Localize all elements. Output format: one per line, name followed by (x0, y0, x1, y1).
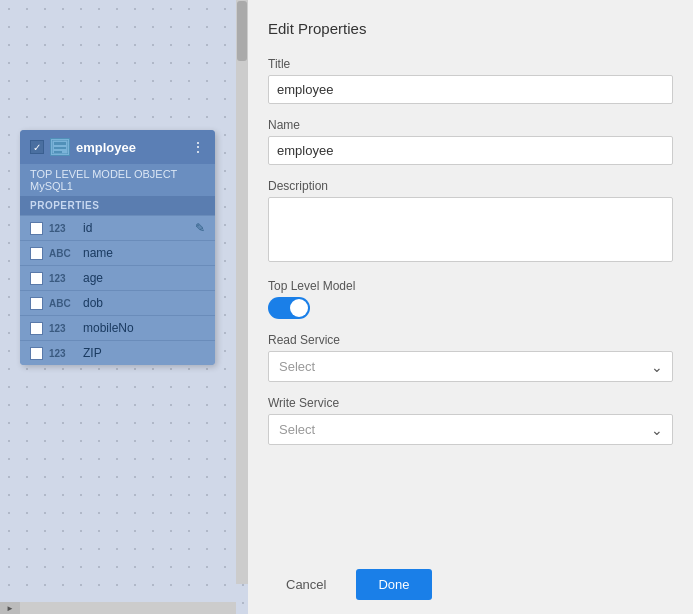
prop-checkbox-zip[interactable] (30, 347, 43, 360)
top-level-model-label: Top Level Model (268, 279, 673, 293)
title-input[interactable] (268, 75, 673, 104)
prop-row-dob: ABC dob (20, 290, 215, 315)
description-textarea[interactable] (268, 197, 673, 262)
write-service-group: Write Service Select ⌄ (268, 396, 673, 445)
read-service-select-wrapper: Select ⌄ (268, 351, 673, 382)
prop-type-zip: 123 (49, 348, 77, 359)
name-input[interactable] (268, 136, 673, 165)
properties-label: PROPERTIES (20, 196, 215, 215)
prop-checkbox-mobileno[interactable] (30, 322, 43, 335)
description-label: Description (268, 179, 673, 193)
top-level-model-group: Top Level Model (268, 279, 673, 319)
name-group: Name (268, 118, 673, 165)
entity-card: ✓ employee ⋮ TOP LEVEL MODEL OBJECT MySQ… (20, 130, 215, 365)
read-service-placeholder: Select (279, 359, 315, 374)
prop-checkbox-age[interactable] (30, 272, 43, 285)
prop-type-name: ABC (49, 248, 77, 259)
key-icon: ✎ (195, 221, 205, 235)
svg-rect-3 (54, 151, 62, 153)
read-service-group: Read Service Select ⌄ (268, 333, 673, 382)
entity-menu-icon[interactable]: ⋮ (191, 139, 205, 155)
entity-header: ✓ employee ⋮ (20, 130, 215, 164)
done-button[interactable]: Done (356, 569, 431, 600)
title-group: Title (268, 57, 673, 104)
top-level-model-toggle[interactable] (268, 297, 310, 319)
write-service-select-wrapper: Select ⌄ (268, 414, 673, 445)
left-panel: ► ✓ employee ⋮ TOP LEVEL MODEL OBJECT My… (0, 0, 248, 614)
prop-row-zip: 123 ZIP (20, 340, 215, 365)
horizontal-scrollbar[interactable]: ► (0, 602, 236, 614)
prop-checkbox-name[interactable] (30, 247, 43, 260)
prop-row-name: ABC name (20, 240, 215, 265)
vertical-scrollbar[interactable] (236, 0, 248, 584)
write-service-placeholder: Select (279, 422, 315, 437)
entity-top-level-label: TOP LEVEL MODEL OBJECT (30, 168, 205, 180)
description-group: Description (268, 179, 673, 265)
entity-name-label: employee (76, 140, 185, 155)
panel-title: Edit Properties (268, 20, 673, 37)
prop-name-zip: ZIP (83, 346, 205, 360)
entity-sub-info: TOP LEVEL MODEL OBJECT MySQL1 (20, 164, 215, 196)
svg-rect-1 (54, 142, 66, 145)
write-service-label: Write Service (268, 396, 673, 410)
name-label: Name (268, 118, 673, 132)
scrollbar-thumb-v[interactable] (237, 1, 247, 61)
prop-row-id: 123 id ✎ (20, 215, 215, 240)
read-service-select[interactable]: Select (268, 351, 673, 382)
prop-name-id: id (83, 221, 189, 235)
form-section: Title Name Description Top Level Model R… (268, 57, 673, 555)
toggle-knob (290, 299, 308, 317)
title-label: Title (268, 57, 673, 71)
right-panel: Edit Properties Title Name Description T… (248, 0, 693, 614)
prop-name-mobileno: mobileNo (83, 321, 205, 335)
prop-name-dob: dob (83, 296, 205, 310)
footer: Cancel Done (268, 555, 673, 614)
svg-rect-2 (54, 147, 66, 149)
cancel-button[interactable]: Cancel (268, 569, 344, 600)
prop-name-name: name (83, 246, 205, 260)
prop-checkbox-dob[interactable] (30, 297, 43, 310)
prop-row-mobileno: 123 mobileNo (20, 315, 215, 340)
entity-checkbox[interactable]: ✓ (30, 140, 44, 154)
entity-type-icon (50, 138, 70, 156)
prop-type-id: 123 (49, 223, 77, 234)
entity-db-label: MySQL1 (30, 180, 205, 192)
prop-type-mobileno: 123 (49, 323, 77, 334)
write-service-select[interactable]: Select (268, 414, 673, 445)
prop-type-dob: ABC (49, 298, 77, 309)
prop-row-age: 123 age (20, 265, 215, 290)
read-service-label: Read Service (268, 333, 673, 347)
prop-name-age: age (83, 271, 205, 285)
prop-checkbox-id[interactable] (30, 222, 43, 235)
scroll-right-arrow[interactable]: ► (0, 602, 20, 614)
prop-type-age: 123 (49, 273, 77, 284)
